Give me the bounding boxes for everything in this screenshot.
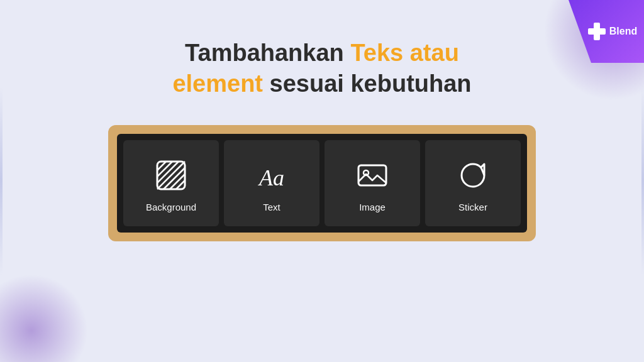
tool-card-inner: Background Aa Text [117,134,527,233]
background-icon [153,158,189,193]
text-icon: Aa [254,158,289,193]
tool-item-background[interactable]: Background [123,140,219,226]
sticker-icon [455,158,491,193]
svg-rect-9 [358,165,386,185]
tool-item-sticker[interactable]: Sticker [425,140,521,226]
sticker-label: Sticker [458,202,487,212]
svg-text:Aa: Aa [258,165,284,190]
image-icon [355,158,390,193]
image-label: Image [359,202,386,212]
main-content: Tambahankan Teks atau element sesuai keb… [0,0,644,241]
headline-element: element [172,70,263,97]
bg-blob-bottom-left [0,274,88,362]
headline: Tambahankan Teks atau element sesuai keb… [172,38,471,100]
svg-line-2 [157,162,179,183]
text-label: Text [263,202,280,212]
tool-item-text[interactable]: Aa Text [224,140,319,226]
tool-item-image[interactable]: Image [325,140,420,226]
background-label: Background [146,202,196,212]
headline-part4: sesuai kebutuhan [263,70,472,97]
headline-part1: Tambahankan [185,40,350,66]
tool-card-outer: Background Aa Text [108,125,536,241]
svg-line-5 [164,168,185,189]
headline-orange: Teks atau [350,40,458,66]
